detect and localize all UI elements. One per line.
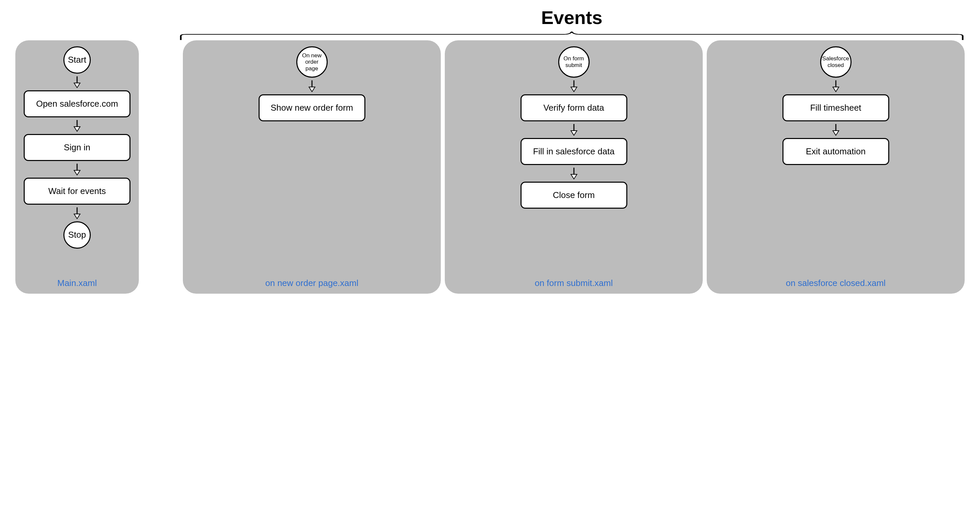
stop-node: Stop <box>64 221 91 249</box>
step-label: Exit automation <box>806 146 865 156</box>
arrow-down-icon <box>569 80 579 92</box>
step-close-form: Close form <box>520 182 627 209</box>
trigger-node: On form submit <box>558 46 590 78</box>
panel-caption: on form submit.xaml <box>535 273 612 288</box>
step-label: Sign in <box>64 142 91 152</box>
step-fill-timesheet: Fill timesheet <box>783 94 889 121</box>
step-wait-for-events: Wait for events <box>24 178 130 205</box>
header-row: Events <box>13 7 967 40</box>
arrow-down-icon <box>831 80 840 92</box>
step-label: Show new order form <box>270 103 353 113</box>
arrow-down-icon <box>307 80 317 92</box>
step-label: Fill in salesforce data <box>533 146 614 156</box>
arrow-down-icon <box>831 123 840 136</box>
step-sign-in: Sign in <box>24 134 130 161</box>
arrow-down-icon <box>72 119 82 132</box>
events-title: Events <box>541 7 603 29</box>
panel-main: Start Open salesforce.com Sign in <box>15 40 139 293</box>
diagram-root: Events Start Open salesforce.com <box>13 7 967 293</box>
svg-marker-17 <box>833 87 839 92</box>
stop-label: Stop <box>68 230 86 240</box>
panel-caption-main: Main.xaml <box>57 273 97 288</box>
panel-salesforce-closed: Salesforce closed Fill timesheet Exi <box>707 40 965 293</box>
step-exit-automation: Exit automation <box>783 138 889 165</box>
start-label: Start <box>68 55 86 65</box>
svg-marker-19 <box>833 131 839 135</box>
event-flow: On new order page Show new order form <box>189 46 434 121</box>
main-flow: Start Open salesforce.com Sign in <box>22 46 132 249</box>
arrow-down-icon <box>72 163 82 176</box>
panel-on-form-submit: On form submit Verify form data Fill <box>445 40 703 293</box>
step-open-salesforce: Open salesforce.com <box>24 90 130 117</box>
events-header: Events <box>177 7 967 40</box>
step-label: Wait for events <box>48 186 106 196</box>
trigger-node: On new order page <box>296 46 328 78</box>
columns-row: Start Open salesforce.com Sign in <box>13 40 967 293</box>
column-gap <box>141 40 181 293</box>
event-flow: Salesforce closed Fill timesheet Exi <box>713 46 958 165</box>
trigger-label: Salesforce closed <box>822 56 849 68</box>
step-label: Close form <box>553 190 595 200</box>
svg-marker-13 <box>571 131 577 135</box>
step-fill-salesforce-data: Fill in salesforce data <box>520 138 627 165</box>
panel-caption: on salesforce closed.xaml <box>786 273 886 288</box>
svg-marker-1 <box>74 83 80 88</box>
svg-marker-7 <box>74 214 80 219</box>
svg-marker-15 <box>571 174 577 179</box>
svg-marker-5 <box>74 170 80 175</box>
trigger-label: On new order page <box>299 52 325 72</box>
svg-marker-3 <box>74 127 80 131</box>
step-label: Verify form data <box>543 103 604 113</box>
step-label: Open salesforce.com <box>36 99 118 109</box>
start-node: Start <box>64 46 91 74</box>
arrow-down-icon <box>72 76 82 88</box>
arrow-down-icon <box>72 207 82 219</box>
step-show-new-order-form: Show new order form <box>259 94 365 121</box>
trigger-node: Salesforce closed <box>820 46 851 78</box>
svg-marker-9 <box>309 87 315 92</box>
brace-icon <box>177 31 967 40</box>
event-flow: On form submit Verify form data Fill <box>452 46 696 209</box>
arrow-down-icon <box>569 123 579 136</box>
panel-on-new-order-page: On new order page Show new order form on… <box>183 40 441 293</box>
step-label: Fill timesheet <box>810 103 861 113</box>
arrow-down-icon <box>569 167 579 180</box>
step-verify-form-data: Verify form data <box>520 94 627 121</box>
trigger-label: On form submit <box>561 56 587 68</box>
svg-marker-11 <box>571 87 577 92</box>
panel-caption: on new order page.xaml <box>265 273 358 288</box>
events-group: On new order page Show new order form on… <box>181 40 967 293</box>
